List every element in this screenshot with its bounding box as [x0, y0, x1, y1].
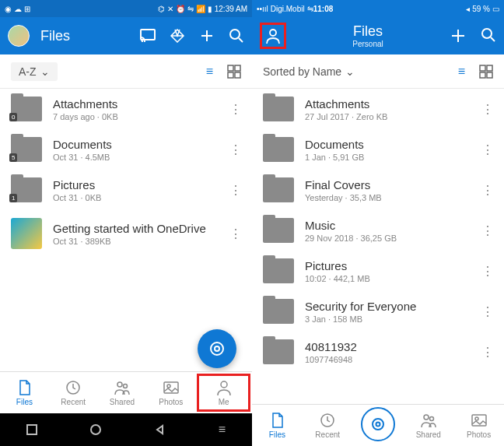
svg-rect-20: [480, 72, 485, 78]
profile-button[interactable]: [260, 23, 286, 49]
ios-header: Files Personal: [252, 17, 504, 54]
item-meta: Oct 31 · 389KB: [53, 237, 219, 246]
tab-files[interactable]: Files: [252, 405, 303, 446]
file-list: 0Attachments7 days ago · 0KB⋮5DocumentsO…: [0, 89, 252, 257]
sort-bar: A-Z ⌄ ≡: [0, 54, 252, 89]
list-item[interactable]: Getting started with OneDriveOct 31 · 38…: [0, 210, 252, 257]
folder-icon: [263, 258, 294, 283]
nav-home[interactable]: [89, 423, 102, 436]
notification-icon: ⊞: [24, 5, 30, 13]
camera-fab[interactable]: [198, 329, 236, 368]
more-icon[interactable]: ⋮: [481, 304, 493, 319]
add-icon[interactable]: [450, 27, 467, 44]
tab-me[interactable]: Me: [197, 374, 250, 412]
svg-point-9: [117, 382, 122, 387]
folder-icon: [263, 177, 294, 202]
list-item[interactable]: Final CoversYesterday · 35,3 MB⋮: [252, 170, 504, 210]
list-item[interactable]: 408119321097746948⋮: [252, 332, 504, 372]
premium-icon[interactable]: [170, 29, 185, 43]
list-view-icon[interactable]: ≡: [458, 65, 465, 79]
folder-icon: [263, 218, 294, 243]
svg-rect-18: [480, 65, 485, 71]
grid-view-icon[interactable]: [227, 65, 241, 79]
tab-label: Files: [16, 398, 33, 406]
android-navbar: ≡: [0, 413, 252, 446]
list-view-icon[interactable]: ≡: [206, 65, 213, 79]
folder-icon: 0: [11, 97, 42, 121]
tab-recent[interactable]: Recent: [49, 372, 98, 413]
item-meta: 7 days ago · 0KB: [53, 112, 219, 121]
tab-photos[interactable]: Photos: [146, 372, 195, 413]
tab-label: Shared: [416, 430, 441, 439]
more-icon[interactable]: ⋮: [481, 102, 493, 117]
more-icon[interactable]: ⋮: [481, 142, 493, 157]
svg-point-12: [167, 385, 170, 388]
more-icon[interactable]: ⋮: [481, 183, 493, 198]
more-icon[interactable]: ⋮: [481, 345, 493, 360]
svg-rect-2: [228, 65, 233, 71]
more-icon[interactable]: ⋮: [481, 223, 493, 238]
svg-point-1: [230, 30, 240, 39]
tab-shared[interactable]: Shared: [98, 372, 147, 413]
alarm-icon: ⏰: [176, 5, 185, 13]
item-name: Getting started with OneDrive: [53, 222, 219, 235]
search-icon[interactable]: [229, 28, 244, 44]
sort-button[interactable]: A-Z ⌄: [11, 62, 58, 81]
tab-label: Me: [219, 398, 229, 406]
grid-view-icon[interactable]: [479, 65, 493, 79]
user-avatar[interactable]: [8, 25, 30, 47]
tab-icon: [163, 379, 180, 396]
tab-icon: [420, 412, 437, 429]
svg-point-6: [211, 342, 223, 355]
list-item[interactable]: 0Attachments7 days ago · 0KB⋮: [0, 89, 252, 129]
nav-recent[interactable]: [26, 424, 37, 435]
add-icon[interactable]: [199, 28, 215, 44]
search-icon[interactable]: [481, 27, 496, 44]
tab-icon: [16, 379, 33, 396]
tab-shared[interactable]: Shared: [403, 405, 453, 446]
battery-icon: ▮: [208, 5, 212, 13]
list-item[interactable]: Security for Everyone3 Jan · 158 MB⋮: [252, 291, 504, 332]
nav-back[interactable]: [155, 424, 166, 435]
svg-rect-14: [27, 425, 37, 434]
sort-button[interactable]: Sorted by Name ⌄: [263, 65, 355, 78]
list-item[interactable]: 5DocumentsOct 31 · 4.5MB⋮: [0, 129, 252, 170]
tab-label: Shared: [110, 398, 135, 406]
notification-icon: ◉: [5, 5, 12, 13]
page-subtitle: Personal: [352, 40, 383, 48]
page-title: Files: [352, 23, 383, 40]
tab-icon: [215, 379, 233, 396]
more-icon[interactable]: ⋮: [229, 102, 241, 117]
list-item[interactable]: Documents1 Jan · 5,91 GB⋮: [252, 129, 504, 170]
signal-icon: 📶: [196, 5, 205, 13]
tab-recent[interactable]: Recent: [303, 405, 353, 446]
more-icon[interactable]: ⋮: [229, 227, 241, 241]
item-meta: 1097746948: [305, 355, 471, 364]
item-meta: Oct 31 · 0KB: [53, 193, 219, 202]
item-name: Pictures: [53, 178, 219, 191]
more-icon[interactable]: ⋮: [229, 142, 241, 157]
item-meta: 27 Jul 2017 · Zero KB: [305, 112, 471, 121]
list-item[interactable]: 1PicturesOct 31 · 0KB⋮: [0, 170, 252, 210]
more-icon[interactable]: ⋮: [229, 183, 241, 198]
item-name: 40811932: [305, 340, 471, 353]
list-item[interactable]: Pictures10:02 · 442,1 MB⋮: [252, 251, 504, 291]
ios-screen: ••ııl Digi.Mobil ⇋ 11:08 ◂ 59 % ▭ Files …: [252, 0, 504, 446]
carrier-name: Digi.Mobil: [271, 5, 305, 13]
nav-menu[interactable]: ≡: [219, 423, 226, 437]
status-time: 12:39 AM: [215, 5, 247, 13]
list-item[interactable]: Attachments27 Jul 2017 · Zero KB⋮: [252, 89, 504, 129]
chevron-down-icon: ⌄: [345, 65, 355, 78]
list-item[interactable]: Music29 Nov 2018 · 36,25 GB⋮: [252, 210, 504, 251]
tab-camera[interactable]: [353, 405, 404, 446]
tab-photos[interactable]: Photos: [453, 405, 504, 446]
item-name: Attachments: [53, 97, 219, 111]
tab-files[interactable]: Files: [0, 372, 49, 413]
item-meta: Oct 31 · 4.5MB: [53, 153, 219, 162]
more-icon[interactable]: ⋮: [481, 264, 493, 279]
cast-icon[interactable]: [140, 29, 156, 43]
android-screen: ◉ ☁ ⊞ ⌬ ✕ ⏰ ⇋ 📶 ▮ 12:39 AM Files A-Z ⌄: [0, 0, 252, 446]
camera-button[interactable]: [361, 407, 395, 441]
item-meta: Yesterday · 35,3 MB: [305, 193, 471, 202]
tab-icon: [65, 379, 82, 396]
